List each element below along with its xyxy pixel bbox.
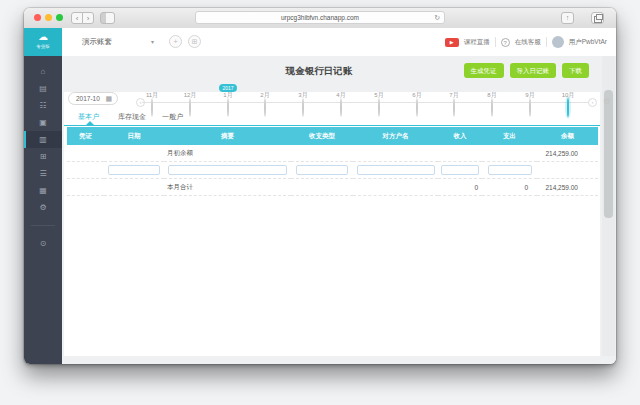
entry-income-input[interactable]: [441, 165, 479, 175]
journal-table: 凭证 日期 摘要 收支类型 对方户名 收入 支出 余额 月初余额: [67, 127, 598, 196]
share-icon[interactable]: ↑: [561, 12, 574, 24]
sidebar-item-reports[interactable]: ☷: [24, 97, 62, 114]
voucher-icon: ▤: [39, 84, 47, 93]
sidebar-item-voucher[interactable]: ▤: [24, 80, 62, 97]
generate-voucher-button[interactable]: 生成凭证: [464, 63, 504, 78]
live-course-link[interactable]: 课程直播: [464, 38, 490, 47]
live-course-icon[interactable]: ▶: [445, 38, 459, 47]
divider: [546, 37, 547, 47]
cash-bank-icon: ▥: [39, 135, 47, 144]
timeline-settings-gear-icon[interactable]: ⚙: [603, 97, 610, 106]
help-icon[interactable]: ?: [501, 38, 510, 47]
url-text: urpcg3hibfvn.chanapp.com: [281, 14, 359, 21]
opening-balance-label: 月初余额: [164, 145, 291, 162]
sidebar-item-settings[interactable]: ⚙: [24, 199, 62, 216]
download-button[interactable]: 下载: [562, 63, 589, 78]
nav-sidebar: ⌂ ▤ ☷ ▣ ▥ ⊞ ☰ ▦ ⚙ ⊙: [24, 56, 62, 364]
opening-balance-row: 月初余额 214,259.00: [67, 145, 598, 162]
divider: [495, 37, 496, 47]
apps-grid-button[interactable]: ⊞: [188, 35, 201, 48]
monthly-total-expense: 0: [482, 179, 537, 196]
sidebar-item-desktop[interactable]: ⌂: [24, 63, 62, 80]
tab-underline: [64, 125, 600, 126]
col-expense: 支出: [482, 127, 537, 145]
salary-icon: ☰: [39, 169, 46, 178]
timeline-next-icon[interactable]: ›: [588, 98, 597, 107]
col-date: 日期: [104, 127, 164, 145]
account-tabs: 基本户 库存现金 一般户: [64, 112, 600, 125]
entry-date-input[interactable]: [108, 165, 160, 175]
logo-edition-label: 专业版: [24, 44, 62, 50]
inventory-icon: ▦: [39, 186, 47, 195]
col-type: 收支类型: [291, 127, 353, 145]
scrollbar-thumb[interactable]: [604, 90, 613, 218]
user-name-label[interactable]: 用户PwbVtAr: [569, 38, 607, 47]
monthly-total-balance: 214,259.00: [537, 179, 598, 196]
app-logo: ☁ 专业版: [24, 28, 62, 56]
account-set-selector[interactable]: 演示账套: [82, 28, 112, 56]
col-counterparty: 对方户名: [353, 127, 438, 145]
checkout-icon: ⊙: [40, 239, 47, 248]
sidebar-toggle-icon[interactable]: [100, 12, 115, 24]
month-timeline: 2017-10 ▦ ‹ 2017 11月 12月 1月 2月 3月 4月 5月 …: [64, 92, 600, 110]
tab-general-account[interactable]: 一般户: [162, 112, 183, 122]
period-value: 2017-10: [76, 95, 100, 102]
calendar-icon: ▦: [105, 93, 112, 105]
reports-icon: ☷: [39, 101, 46, 110]
settings-icon: ⚙: [39, 203, 46, 212]
col-summary: 摘要: [164, 127, 291, 145]
sidebar-item-ledger[interactable]: ▣: [24, 114, 62, 131]
browser-chrome: ‹ › urpcg3hibfvn.chanapp.com ↻ ↑: [24, 8, 616, 29]
import-journal-button[interactable]: 导入日记账: [510, 63, 557, 78]
zoom-button[interactable]: [56, 14, 63, 21]
table-header-row: 凭证 日期 摘要 收支类型 对方户名 收入 支出 余额: [67, 127, 598, 145]
entry-summary-input[interactable]: [168, 165, 287, 175]
sidebar-item-invoice[interactable]: ⊞: [24, 148, 62, 165]
col-balance: 余额: [537, 127, 598, 145]
chevron-down-icon[interactable]: ▾: [151, 28, 154, 56]
app-header: ☁ 专业版 演示账套 ▾ + ⊞ ▶ 课程直播 ? 在线客服 用户PwbVtAr: [24, 28, 616, 57]
entry-type-input[interactable]: [296, 165, 348, 175]
new-entry-row: [67, 162, 598, 179]
sidebar-item-checkout[interactable]: ⊙: [24, 235, 62, 252]
opening-balance-value: 214,259.00: [537, 145, 598, 162]
entry-counterparty-input[interactable]: [357, 165, 435, 175]
col-income: 收入: [438, 127, 482, 145]
close-button[interactable]: [34, 14, 41, 21]
desktop-icon: ⌂: [41, 67, 46, 76]
add-account-button[interactable]: +: [169, 35, 182, 48]
tab-cash-on-hand[interactable]: 库存现金: [118, 112, 146, 122]
refresh-icon[interactable]: ↻: [434, 12, 440, 23]
col-voucher: 凭证: [67, 127, 104, 145]
invoice-icon: ⊞: [40, 152, 47, 161]
cloud-logo-icon: ☁: [24, 29, 62, 44]
main-content: 现金银行日记账 生成凭证 导入日记账 下载 2017-10 ▦ ‹ 2017 1…: [62, 56, 616, 364]
sidebar-item-salary[interactable]: ☰: [24, 165, 62, 182]
tabs-overview-icon[interactable]: [591, 12, 604, 24]
browser-window: ‹ › urpcg3hibfvn.chanapp.com ↻ ↑ ☁ 专业版 演…: [24, 8, 616, 364]
monthly-total-label: 本月合计: [164, 179, 291, 196]
period-date-picker[interactable]: 2017-10 ▦: [68, 92, 118, 105]
address-bar[interactable]: urpcg3hibfvn.chanapp.com ↻: [195, 11, 445, 24]
sidebar-divider: [31, 225, 55, 226]
minimize-button[interactable]: [45, 14, 52, 21]
monthly-total-income: 0: [438, 179, 482, 196]
online-support-link[interactable]: 在线客服: [515, 38, 541, 47]
page-actions: 生成凭证 导入日记账 下载: [464, 63, 590, 78]
entry-expense-input[interactable]: [488, 165, 532, 175]
ledger-icon: ▣: [39, 118, 47, 127]
sidebar-item-inventory[interactable]: ▦: [24, 182, 62, 199]
sidebar-item-cash-bank[interactable]: ▥: [24, 131, 62, 148]
avatar[interactable]: [552, 36, 564, 48]
journal-panel: 2017-10 ▦ ‹ 2017 11月 12月 1月 2月 3月 4月 5月 …: [64, 92, 600, 356]
forward-button[interactable]: ›: [82, 12, 94, 24]
monthly-total-row: 本月合计 0 0 214,259.00: [67, 179, 598, 196]
